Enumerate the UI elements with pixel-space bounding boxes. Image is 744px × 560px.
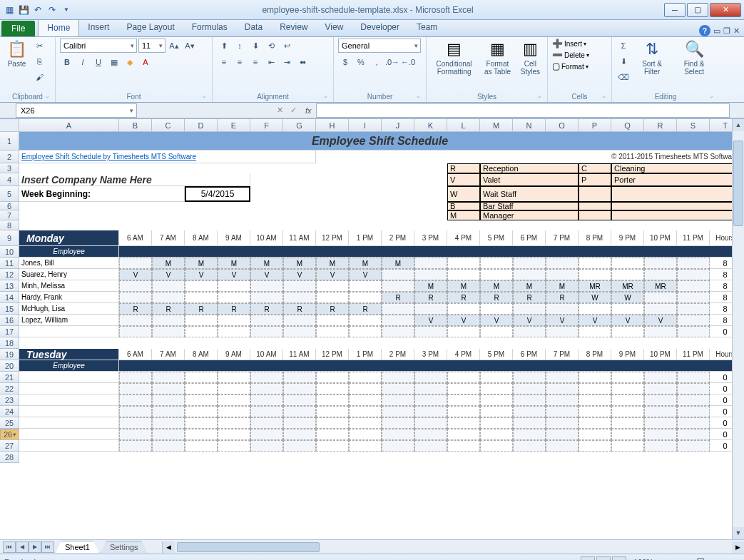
shift-cell[interactable]: [119, 292, 152, 303]
font-size-select[interactable]: 11: [138, 39, 165, 53]
shift-cell[interactable]: [677, 429, 710, 440]
shift-cell[interactable]: [414, 326, 447, 337]
shift-cell[interactable]: [480, 269, 513, 280]
row-header-21[interactable]: 21: [0, 372, 19, 383]
time-header[interactable]: 8 PM: [579, 349, 611, 360]
shift-cell[interactable]: [611, 383, 644, 394]
grid[interactable]: Employee Shift ScheduleEmployee Shift Sc…: [19, 132, 731, 539]
legend-name[interactable]: [611, 186, 741, 202]
shift-cell[interactable]: R: [283, 303, 316, 315]
shift-cell[interactable]: V: [152, 269, 185, 280]
row-header-2[interactable]: 2: [0, 151, 19, 163]
shift-cell[interactable]: [250, 394, 283, 406]
shift-cell[interactable]: [513, 406, 546, 417]
shift-cell[interactable]: [677, 269, 710, 280]
shift-cell[interactable]: [316, 429, 349, 440]
shift-cell[interactable]: [316, 440, 349, 452]
employee-name[interactable]: Lopez, William: [19, 315, 119, 326]
employee-name[interactable]: Minh, Melissa: [19, 280, 119, 292]
shift-cell[interactable]: [382, 417, 414, 429]
shift-cell[interactable]: [447, 440, 480, 452]
shift-cell[interactable]: [218, 280, 250, 292]
template-link[interactable]: Employee Shift Schedule by Timesheets MT…: [19, 151, 316, 163]
time-header[interactable]: 2 PM: [382, 349, 414, 360]
shift-cell[interactable]: [382, 269, 414, 280]
scroll-up-icon[interactable]: ▲: [733, 119, 744, 131]
shift-cell[interactable]: [283, 372, 316, 383]
legend-code[interactable]: M: [447, 210, 480, 220]
row-header-13[interactable]: 13: [0, 280, 19, 292]
shift-cell[interactable]: [447, 269, 480, 280]
shift-cell[interactable]: MR: [644, 280, 677, 292]
time-header[interactable]: 1 PM: [349, 230, 382, 246]
formula-input[interactable]: [316, 103, 730, 118]
maximize-button[interactable]: ▢: [687, 3, 708, 17]
hscroll-thumb[interactable]: [177, 542, 320, 552]
shift-cell[interactable]: [644, 292, 677, 303]
time-header[interactable]: 10 PM: [644, 230, 677, 246]
shift-cell[interactable]: [250, 417, 283, 429]
restore-window-icon[interactable]: ❐: [723, 26, 730, 36]
copyright-text[interactable]: © 2011-2015 Timesheets MTS Software: [579, 151, 741, 163]
shift-cell[interactable]: V: [480, 315, 513, 326]
shift-cell[interactable]: [152, 383, 185, 394]
shift-cell[interactable]: [382, 280, 414, 292]
shift-cell[interactable]: [349, 326, 382, 337]
shift-cell[interactable]: [185, 429, 218, 440]
shift-cell[interactable]: [119, 429, 152, 440]
shift-cell[interactable]: [119, 440, 152, 452]
legend-name[interactable]: [611, 210, 741, 220]
col-header-C[interactable]: C: [152, 119, 185, 132]
shift-cell[interactable]: [382, 326, 414, 337]
time-header[interactable]: 5 PM: [480, 349, 513, 360]
shift-cell[interactable]: [414, 394, 447, 406]
sheet-title[interactable]: Employee Shift Schedule: [19, 132, 741, 151]
time-header[interactable]: 6 PM: [513, 349, 546, 360]
shift-cell[interactable]: [579, 372, 611, 383]
scroll-left-icon[interactable]: ◀: [163, 541, 175, 553]
time-header[interactable]: 7 PM: [546, 230, 579, 246]
shift-cell[interactable]: [283, 394, 316, 406]
employee-name[interactable]: Suarez, Henry: [19, 269, 119, 280]
fill-icon[interactable]: ⬇: [616, 54, 631, 68]
shift-cell[interactable]: [414, 269, 447, 280]
shift-cell[interactable]: [316, 406, 349, 417]
shift-cell[interactable]: [579, 406, 611, 417]
shift-cell[interactable]: [513, 417, 546, 429]
delete-cells-button[interactable]: Delete: [564, 51, 585, 59]
time-header[interactable]: 9 AM: [218, 349, 250, 360]
align-top-icon[interactable]: ⬆: [217, 39, 231, 53]
align-right-icon[interactable]: ≡: [248, 55, 263, 69]
legend-name[interactable]: Valet: [480, 173, 579, 186]
shift-cell[interactable]: [414, 303, 447, 315]
shift-cell[interactable]: [218, 383, 250, 394]
shift-cell[interactable]: [283, 315, 316, 326]
row-header-17[interactable]: 17: [0, 326, 19, 337]
time-header[interactable]: 8 AM: [185, 230, 218, 246]
cut-icon[interactable]: ✂: [32, 39, 46, 53]
employee-name[interactable]: [19, 394, 119, 406]
shift-cell[interactable]: [349, 280, 382, 292]
decrease-indent-icon[interactable]: ⇤: [264, 55, 278, 69]
shift-cell[interactable]: M: [447, 280, 480, 292]
shift-cell[interactable]: [579, 429, 611, 440]
align-center-icon[interactable]: ≡: [233, 55, 247, 69]
shift-cell[interactable]: [250, 292, 283, 303]
employee-header[interactable]: Employee: [19, 360, 119, 372]
employee-name[interactable]: [19, 326, 119, 337]
shift-cell[interactable]: [447, 383, 480, 394]
time-header[interactable]: 9 PM: [611, 230, 644, 246]
shift-cell[interactable]: M: [316, 258, 349, 269]
legend-code[interactable]: V: [447, 173, 480, 186]
italic-button[interactable]: I: [76, 55, 90, 69]
shift-cell[interactable]: [546, 440, 579, 452]
tab-data[interactable]: Data: [236, 19, 271, 36]
col-header-L[interactable]: L: [447, 119, 480, 132]
shift-cell[interactable]: R: [414, 292, 447, 303]
shift-cell[interactable]: [480, 406, 513, 417]
shift-cell[interactable]: R: [250, 303, 283, 315]
shift-cell[interactable]: [480, 326, 513, 337]
shift-cell[interactable]: R: [382, 292, 414, 303]
macro-record-icon[interactable]: ▶: [34, 557, 40, 560]
row-header-26[interactable]: 26: [0, 429, 19, 440]
